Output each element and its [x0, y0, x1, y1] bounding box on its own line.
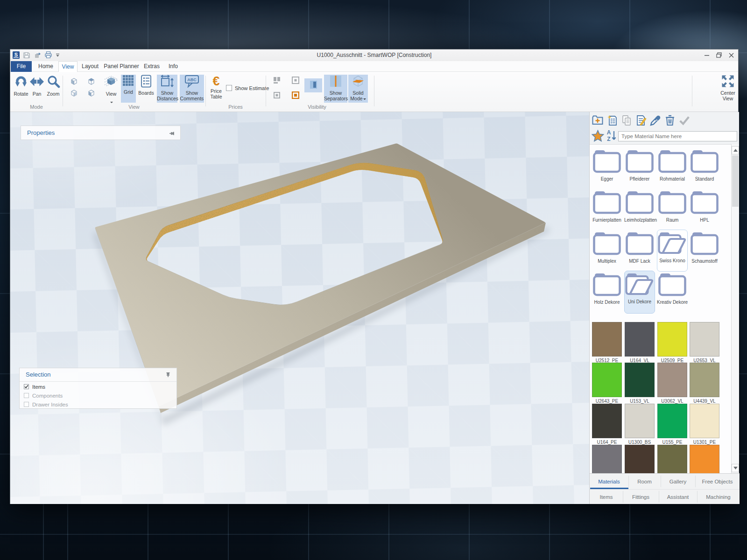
selection-option-items[interactable]: Items — [20, 382, 176, 391]
drawer-insides-checkbox[interactable] — [24, 402, 29, 407]
pin-icon-horizontal[interactable] — [169, 130, 176, 138]
components-checkbox[interactable] — [24, 393, 29, 398]
rotate-button[interactable]: Rotate — [12, 75, 30, 103]
tab-free-objects[interactable]: Free Objects — [695, 474, 740, 489]
swatch-u2512-pe[interactable] — [592, 322, 622, 357]
folder-uni-dekore[interactable]: Uni Dekore — [624, 271, 655, 314]
folder-furnierplatten[interactable]: Furnierplatten — [592, 189, 622, 230]
folder-kreativ-dekore[interactable]: Kreativ Dekore — [657, 272, 688, 312]
show-distances-toggle[interactable]: Show Distances — [157, 75, 177, 103]
show-comments-toggle[interactable]: ABC Show Comments — [180, 75, 204, 103]
tab-fittings[interactable]: Fittings — [623, 489, 659, 504]
swatch-u153-vl[interactable] — [625, 363, 655, 397]
view-dropdown-button[interactable]: View — [102, 75, 120, 103]
material-search-input[interactable] — [618, 131, 737, 141]
sort-alpha-icon[interactable]: AZ — [606, 129, 618, 144]
tab-gallery[interactable]: Gallery — [661, 474, 695, 489]
materials-scrollbar[interactable] — [731, 144, 739, 473]
vis-door-toggle[interactable] — [304, 78, 322, 92]
scroll-up-button[interactable] — [732, 146, 739, 154]
viewport-3d[interactable]: Properties Selection — [10, 112, 589, 504]
swatch-u2509-pe[interactable] — [657, 322, 687, 357]
tab-separator — [623, 491, 623, 503]
folder-egger[interactable]: Egger — [592, 148, 622, 189]
tab-layout[interactable]: Layout — [79, 61, 101, 72]
swatch-u1301-pe[interactable] — [690, 404, 719, 438]
restore-button[interactable] — [713, 49, 725, 61]
view-right-button[interactable] — [86, 89, 96, 99]
folder-schaumstoff[interactable]: Schaumstoff — [689, 231, 720, 271]
swatch-u4439-vl[interactable] — [690, 363, 719, 397]
swatch-u164-pe[interactable] — [592, 404, 622, 438]
tab-machining[interactable]: Machining — [697, 489, 740, 504]
items-checkbox[interactable] — [24, 384, 29, 389]
swatch-gray[interactable] — [592, 445, 622, 473]
folder-holz-dekore[interactable]: Holz Dekore — [592, 272, 622, 312]
folder-hpl[interactable]: HPL — [689, 189, 720, 230]
folder-raum[interactable]: Raum — [657, 189, 688, 230]
vis-panels-button[interactable] — [272, 76, 282, 86]
view-left-button[interactable] — [69, 89, 79, 99]
show-separators-toggle[interactable]: Show Separators — [324, 75, 347, 103]
folder-swiss-krono[interactable]: Swiss Krono — [657, 230, 688, 272]
new-material-button[interactable] — [606, 114, 618, 127]
scrollbar-thumb[interactable] — [732, 155, 739, 207]
selection-option-drawer-insides[interactable]: Drawer Insides — [20, 400, 176, 409]
pick-material-button[interactable] — [650, 114, 661, 127]
tab-materials[interactable]: Materials — [590, 474, 628, 489]
swatch-u2643-pe[interactable] — [592, 363, 622, 397]
edit-material-button[interactable] — [635, 114, 647, 127]
vis-frame-button[interactable] — [290, 76, 301, 86]
swatch-olive[interactable] — [657, 445, 687, 473]
swatch-u164-vl[interactable] — [625, 322, 655, 357]
panel-3d-object[interactable] — [10, 112, 589, 504]
cube-top-icon — [87, 77, 95, 87]
folder-pfleiderer[interactable]: Pfleiderer — [624, 148, 655, 189]
minimize-button[interactable] — [701, 49, 713, 61]
folder-standard[interactable]: Standard — [689, 148, 720, 189]
close-button[interactable] — [725, 49, 737, 61]
selection-option-components[interactable]: Components — [20, 391, 176, 400]
swatch-u155-pe[interactable] — [657, 404, 687, 438]
solid-mode-toggle[interactable]: Solid Mode — [348, 75, 368, 103]
view-front-button[interactable] — [69, 77, 79, 87]
boards-button[interactable]: Boards — [138, 75, 155, 103]
pan-button[interactable]: Pan — [28, 75, 45, 103]
swatch-orange[interactable] — [690, 445, 719, 473]
view-top-button[interactable] — [86, 77, 96, 87]
tab-file[interactable]: File — [11, 61, 32, 72]
folder-leimholzplatten[interactable]: Leimholzplatten — [624, 189, 655, 230]
folder-rohmaterial[interactable]: Rohmaterial — [657, 148, 688, 189]
swatch-u3062-vl[interactable] — [657, 363, 687, 397]
zoom-button[interactable]: Zoom — [44, 75, 62, 103]
swatch-u1300-bs[interactable] — [625, 404, 655, 438]
swatch-u2653-vl[interactable] — [690, 322, 719, 357]
vis-orange-button[interactable] — [290, 91, 301, 101]
tab-extras[interactable]: Extras — [141, 61, 162, 72]
add-folder-button[interactable] — [592, 114, 603, 127]
center-view-button[interactable]: Center View — [718, 75, 738, 103]
tab-items[interactable]: Items — [590, 489, 623, 504]
tab-panel-planner[interactable]: Panel Planner — [101, 61, 141, 72]
confirm-material-button[interactable] — [679, 114, 690, 127]
ribbon: Rotate Pan Zoom Mode — [10, 72, 738, 112]
copy-material-button[interactable] — [621, 114, 632, 127]
folder-multiplex[interactable]: Multiplex — [592, 231, 622, 271]
tab-home[interactable]: Home — [35, 61, 57, 72]
show-estimate-row[interactable]: Show Estimate — [226, 85, 269, 91]
pin-icon-vertical[interactable] — [165, 371, 171, 379]
show-estimate-checkbox[interactable] — [226, 85, 232, 91]
folder-label: Rohmaterial — [657, 176, 688, 182]
favorites-star-icon[interactable] — [592, 130, 604, 144]
grid-toggle-button[interactable]: Grid — [121, 75, 136, 103]
swatch-dark-brown[interactable] — [625, 445, 655, 473]
tab-info[interactable]: Info — [162, 61, 184, 72]
tab-room[interactable]: Room — [628, 474, 661, 489]
folder-mdf-lack[interactable]: MDF Lack — [624, 231, 655, 271]
tab-assistant[interactable]: Assistant — [659, 489, 697, 504]
price-table-button[interactable]: € Price Table — [207, 75, 226, 103]
scroll-down-button[interactable] — [732, 464, 739, 472]
tab-view[interactable]: View — [58, 61, 78, 72]
delete-material-button[interactable] — [664, 114, 676, 127]
vis-inner-button[interactable] — [272, 91, 282, 101]
